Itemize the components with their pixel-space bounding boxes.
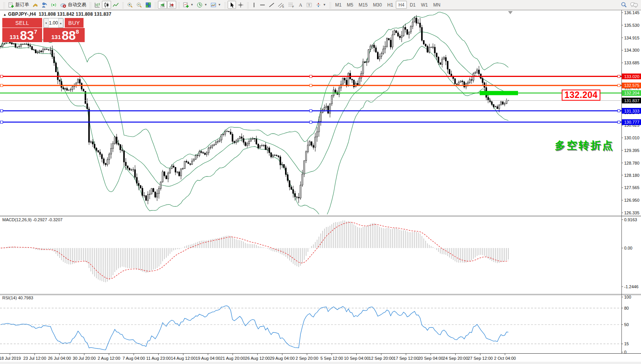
timeframe-button-m30[interactable]: M30 [370,1,384,9]
autoscroll-button[interactable] [158,1,167,9]
svg-text:11 Aug 23:00: 11 Aug 23:00 [146,356,171,361]
hline-handle[interactable] [310,109,312,112]
hline-handle[interactable] [618,121,620,123]
buy-price-small: 131 [51,34,61,40]
hline-handle[interactable] [0,84,3,87]
tile-windows-icon [145,2,151,8]
timeframe-button-d1[interactable]: D1 [407,1,418,9]
horizontal-line-button[interactable] [258,1,267,9]
toolbar-grip[interactable] [121,2,124,8]
chat-icon [630,2,638,8]
toolbar-grip[interactable] [3,2,5,8]
svg-text:130.010: 130.010 [624,135,639,140]
periods-button[interactable]: ▼ [195,1,209,9]
cursor-button[interactable] [228,1,236,9]
rsi-label: RSI(14) 40.7983 [2,295,33,300]
chart-shift-button[interactable] [167,1,176,9]
collapse-arrow-icon[interactable]: ▲ [3,13,7,16]
arrows-caret-icon: ▼ [323,3,326,7]
volume-decrease-button[interactable]: ▼ [44,18,49,28]
timeframe-button-mn[interactable]: MN [431,1,443,9]
sell-price[interactable]: 131 83 7 [2,28,42,42]
templates-button[interactable]: ▼ [209,1,223,9]
community-button[interactable] [40,1,49,9]
chart-type-line-button[interactable] [111,1,120,9]
buy-price[interactable]: 131 88 8 [43,28,85,42]
buy-price-sup: 8 [76,28,79,35]
timeframe-button-m1[interactable]: M1 [333,1,344,9]
indicators-button[interactable]: ▼ [181,1,195,9]
hline-handle[interactable] [618,84,620,87]
fibonacci-button[interactable]: F [286,1,296,9]
timeframe-button-w1[interactable]: W1 [418,1,431,9]
hline-handle[interactable] [618,109,620,112]
svg-text:50: 50 [624,322,629,327]
toolbar-grip[interactable] [329,2,331,8]
hline-handle[interactable] [0,109,3,112]
toolbar-grip[interactable] [224,2,226,8]
svg-text:10 Sep 04:00: 10 Sep 04:00 [344,356,369,361]
sell-button-label: SELL [15,20,29,26]
hline-handle[interactable] [310,75,312,77]
channel-button[interactable]: E [276,1,286,9]
svg-text:132.575: 132.575 [624,83,639,88]
toolbar-grip[interactable] [154,2,157,8]
vertical-line-icon [252,2,256,8]
text-button[interactable]: A [296,1,305,9]
hline-handle[interactable] [310,84,312,87]
timeframe-group: M1M5M15M30H1H4D1W1MN [333,1,443,9]
buy-button[interactable]: BUY [65,18,84,28]
zoom-in-button[interactable] [125,1,134,9]
chat-button[interactable] [629,1,639,9]
chart-shift-icon [169,2,175,8]
svg-text:134.300: 134.300 [624,48,639,52]
indicators-icon [183,2,189,8]
autotrade-button[interactable]: 自动交易 [58,1,88,9]
arrows-button[interactable]: ▼ [314,1,328,9]
periods-caret-icon: ▼ [204,3,207,7]
price-annotation-label: 132.204 [562,90,600,101]
svg-text:133.020: 133.020 [624,74,639,79]
toolbar-grip[interactable] [89,2,92,8]
volume-increase-button[interactable]: ▲ [58,18,63,28]
sell-button[interactable]: SELL [2,18,42,28]
trendline-button[interactable] [267,1,276,9]
text-label-button[interactable]: T [305,1,314,9]
zoom-in-icon [127,2,133,8]
toolbar-grip[interactable] [246,2,249,8]
chart-type-bars-button[interactable] [93,1,102,9]
svg-text:136.145: 136.145 [624,10,639,15]
hline-handle[interactable] [618,75,620,77]
vertical-line-button[interactable] [250,1,258,9]
symbol-title: ▲GBPJPY-,H4 131.808 131.842 131.808 131.… [3,11,111,17]
hline-handle[interactable] [0,75,3,77]
new-order-button[interactable]: 新订单 [7,1,31,9]
price-chart-svg[interactable]: MACD(12,26,9) -0.2927 -0.3207RSI(14) 40.… [0,10,641,364]
svg-text:134.915: 134.915 [624,36,639,40]
timeframe-button-m5[interactable]: M5 [344,1,356,9]
chart-type-candles-button[interactable] [102,1,111,9]
zoom-out-button[interactable] [134,1,144,9]
price-badge-131.333: 131.333 [622,108,641,114]
symbol-name: GBPJPY-,H4 [8,11,36,17]
toolbar-grip[interactable] [177,2,180,8]
market-button[interactable] [31,1,40,9]
candlestick-icon [103,2,110,8]
horizontal-line-icon [259,2,266,8]
signals-button[interactable] [49,1,58,9]
volume-input[interactable] [49,18,58,28]
price-badge-131.837: 131.837 [622,98,641,103]
timeframe-button-h4[interactable]: H4 [396,1,407,9]
search-icon [621,2,627,8]
timeframe-button-m15[interactable]: M15 [356,1,370,9]
crosshair-button[interactable] [236,1,245,9]
hline-handle[interactable] [310,121,312,123]
timeframe-button-h1[interactable]: H1 [385,1,396,9]
tile-windows-button[interactable] [144,1,153,9]
svg-text:26 Jul 04:00: 26 Jul 04:00 [48,356,71,361]
svg-text:14 Aug 12:00: 14 Aug 12:00 [171,356,196,361]
svg-text:132.204: 132.204 [624,91,639,95]
trendline-icon [269,2,275,8]
search-button[interactable] [619,1,629,9]
hline-handle[interactable] [0,121,3,123]
